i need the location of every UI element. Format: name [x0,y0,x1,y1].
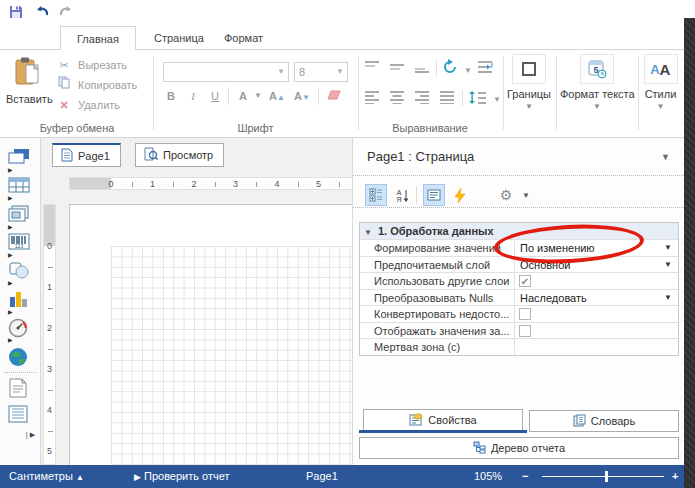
flyout-arrow-icon[interactable]: ▶ [8,308,13,315]
border-square-icon [520,60,538,78]
align-right-icon[interactable] [414,90,432,105]
undo-icon [34,4,50,18]
chevron-down-icon: ▼ [664,257,672,273]
svg-text:Я: Я [396,196,401,203]
zoom-in-button[interactable]: + [672,465,678,488]
align-top-icon[interactable] [364,60,382,75]
align-justify-icon[interactable] [439,90,457,105]
tab-page1[interactable]: Page1 [52,143,121,167]
ruler-number: 3 [233,178,238,190]
up-triangle-icon: ▲ [76,473,84,482]
use-other-layers-checkbox[interactable]: ✔ [519,275,531,287]
status-page-label: Page1 [306,465,338,488]
quick-access-toolbar [0,0,695,26]
flyout-arrow-icon[interactable]: ▶ [8,279,13,286]
align-center-icon[interactable] [389,90,407,105]
property-name: Конвертировать недосто... [374,306,509,322]
tab-dictionary[interactable]: Словарь [529,410,679,432]
flyout-arrow-icon[interactable]: ▶ [8,251,13,258]
property-value-cell [514,323,678,339]
bold-button[interactable]: B [162,87,180,105]
zoom-slider-handle[interactable] [605,471,608,482]
text-component-icon[interactable] [8,378,32,402]
flyout-arrow-icon[interactable]: ▶ [8,194,13,201]
report-page[interactable] [69,204,352,465]
align-left-icon[interactable] [364,90,382,105]
preferred-layer-dropdown[interactable]: Основной ▼ [514,257,678,273]
italic-button[interactable]: I [184,87,202,105]
zoom-out-button[interactable]: − [522,465,528,488]
separator [462,90,463,106]
cut-button[interactable]: ✂ Вырезать [56,56,127,74]
settings-gear-icon: ⚙ [500,187,513,203]
align-middle-icon[interactable] [389,60,407,75]
value-generation-dropdown[interactable]: По изменению ▼ [514,240,678,256]
selected-object-label: Page1 : Страница [367,149,474,164]
tab-home[interactable]: Главная [60,26,136,51]
check-report-button[interactable]: ▶ Проверить отчет [134,465,230,488]
line-spacing-icon[interactable] [468,90,486,105]
tab-format[interactable]: Формат [208,26,279,50]
ruler-number: 0 [108,178,113,190]
font-size-combo[interactable]: 8 ▼ [294,62,348,82]
property-name: Отображать значения за... [374,323,510,339]
property-row-preferred-layer: Предпочитаемый слой Основной ▼ [360,256,678,273]
sort-alphabetical-button[interactable]: АЯ [391,184,413,206]
convert-nulls-dropdown[interactable]: Наследовать ▼ [514,290,678,306]
report-tree-button[interactable]: Дерево отчета [359,437,679,459]
redo-button[interactable] [56,4,76,22]
categorized-view-button[interactable] [365,184,387,206]
scissors-icon: ✂ [56,56,72,74]
collapse-toolbar-button[interactable]: ❘▶ [24,431,35,439]
rotate-text-icon[interactable] [442,59,460,74]
settings-button[interactable]: ⚙ [495,184,517,206]
events-view-button[interactable] [449,184,471,206]
copy-button[interactable]: Копировать [56,76,137,94]
save-button[interactable] [6,4,26,22]
units-selector[interactable]: Сантиметры ▲ [9,465,84,488]
grow-font-button[interactable]: A▲ [268,87,286,105]
wrap-text-icon[interactable] [477,60,495,75]
show-values-checkbox[interactable] [519,325,531,337]
delete-button[interactable]: ✕ Удалить [56,96,120,114]
rich-text-icon[interactable] [8,405,32,429]
shrink-font-letter: A [294,90,302,102]
category-label: 1. Обработка данных [378,225,494,237]
tab-properties-label: Свойства [428,414,476,426]
styles-button[interactable]: А A Стили ▼ [638,54,683,111]
flyout-arrow-icon[interactable]: ▶ [8,336,13,343]
dead-zone-input[interactable] [514,339,678,355]
selected-object-combo[interactable]: Page1 : Страница ▼ [353,138,684,176]
chevron-down-icon: ▼ [664,240,672,256]
properties-view-button[interactable] [423,184,445,206]
flyout-arrow-icon[interactable]: ▶ [8,166,13,173]
paste-button[interactable]: Вставить [6,56,50,118]
chevron-down-icon[interactable]: ▼ [459,62,477,80]
shrink-font-button[interactable]: A▼ [293,87,311,105]
chevron-down-icon: ▼ [505,102,553,111]
clear-format-button[interactable] [325,87,343,105]
separator [318,87,319,105]
tab-preview[interactable]: Просмотр [135,143,224,167]
ruler-number: 4 [274,178,279,190]
chevron-down-icon[interactable]: ▼ [249,87,267,105]
ruler-number: 5 [316,178,321,190]
undo-button[interactable] [32,4,52,22]
map-icon[interactable] [8,347,32,371]
check-report-label: Проверить отчет [144,470,230,482]
underline-button[interactable]: U [206,87,224,105]
font-name-combo[interactable]: ▼ [163,62,289,82]
flyout-arrow-icon[interactable]: ▶ [8,223,13,230]
tab-properties[interactable]: Свойства [363,409,523,431]
redo-icon [58,4,74,18]
zoom-slider[interactable] [542,476,664,477]
text-format-button[interactable]: 5 Формат текста ▼ [560,54,634,111]
chevron-down-icon[interactable]: ▼ [515,184,537,206]
toolbar-divider [4,372,36,373]
sort-az-icon: АЯ [395,188,410,203]
convert-invalid-checkbox[interactable] [519,308,531,320]
align-bottom-icon[interactable] [414,60,432,75]
tab-preview-label: Просмотр [163,149,213,161]
borders-button[interactable]: Границы ▼ [505,54,553,111]
category-row-data-processing[interactable]: ▼ 1. Обработка данных [360,223,678,239]
